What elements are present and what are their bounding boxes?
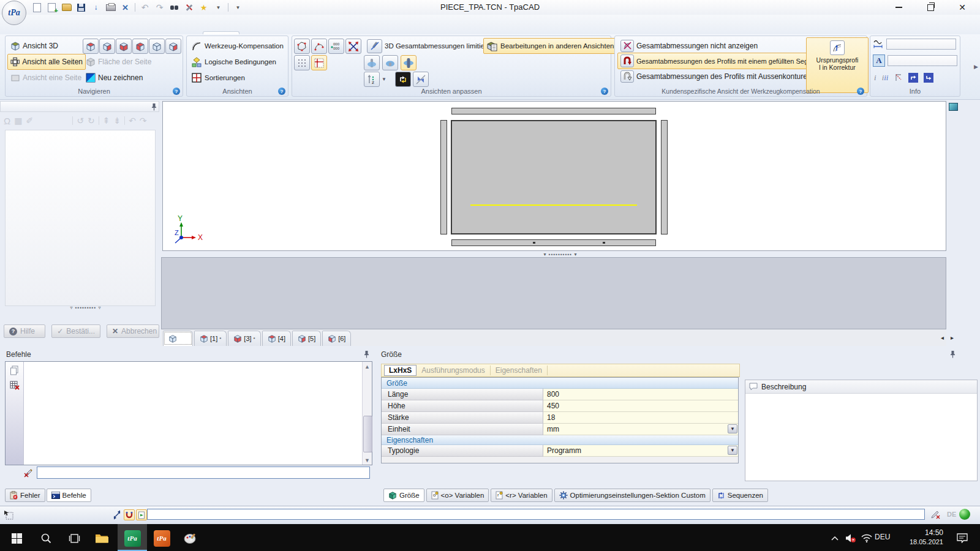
- command-input[interactable]: [37, 467, 370, 479]
- dimension-corner-icon[interactable]: [894, 73, 903, 82]
- property-value[interactable]: mm▼: [543, 424, 738, 435]
- measure-field[interactable]: [886, 39, 956, 50]
- point-grid-button[interactable]: [294, 55, 310, 70]
- taskbar-tpa-orange-icon[interactable]: tPa: [153, 529, 171, 547]
- scroll-down-icon[interactable]: ▼: [363, 455, 372, 465]
- coordinates-display-button[interactable]: 000000: [328, 39, 344, 54]
- cube-face-6-button[interactable]: [165, 39, 181, 54]
- group-help-icon[interactable]: ?: [173, 88, 180, 95]
- qat-customize-dropdown-icon[interactable]: ▼: [233, 2, 243, 13]
- view-tab-4[interactable]: [4]: [262, 331, 291, 346]
- info-multi-icon[interactable]: iii: [882, 73, 889, 83]
- tray-wifi-icon[interactable]: [858, 529, 876, 547]
- cube-face-5-button[interactable]: [149, 39, 165, 54]
- werkzeug-kompensation-button[interactable]: Werkzeug-Kompensation: [189, 38, 287, 54]
- view-tab-6[interactable]: [6]: [322, 331, 351, 346]
- text-info-field[interactable]: [888, 55, 957, 66]
- dropdown-icon[interactable]: ▼: [728, 424, 737, 433]
- tab-optimierung[interactable]: Optimierungseinstellungen-Sektion Custom: [554, 489, 710, 502]
- tray-clock[interactable]: 14:50 18.05.2021: [895, 528, 943, 547]
- mirror-view-button[interactable]: [413, 72, 429, 87]
- view-tab-3[interactable]: [3]*: [228, 331, 260, 346]
- import-icon[interactable]: ↓: [91, 2, 101, 13]
- favorites-star-icon[interactable]: ★: [198, 2, 209, 13]
- tab-o-variablen[interactable]: o <o> Variablen: [426, 489, 489, 502]
- apply-page-icon[interactable]: [136, 509, 147, 520]
- ansicht-alle-seiten-button[interactable]: Ansicht alle Seiten: [7, 54, 86, 70]
- taskbar-tpacad-icon[interactable]: tPa: [123, 529, 141, 547]
- tab-sequenzen[interactable]: Sequenzen: [712, 489, 768, 502]
- tpa-logo[interactable]: tPa: [2, 1, 26, 25]
- profile-arrows-button[interactable]: [294, 39, 310, 54]
- sortierungen-button[interactable]: Sortierungen: [189, 70, 248, 86]
- undo-icon[interactable]: ↶: [140, 2, 150, 13]
- profile-points-button[interactable]: [311, 39, 327, 54]
- clear-table-icon[interactable]: [10, 380, 20, 390]
- neu-zeichnen-button[interactable]: Neu zeichnen: [83, 70, 146, 86]
- group-help-icon[interactable]: ?: [601, 88, 608, 95]
- scroll-up-icon[interactable]: ▲: [363, 362, 372, 371]
- pin-icon[interactable]: [949, 350, 956, 358]
- new-from-template-icon[interactable]: +: [47, 2, 57, 13]
- cube-face-4-button[interactable]: [132, 39, 148, 54]
- view-tab-5[interactable]: [5]: [292, 331, 321, 346]
- z-order-button[interactable]: z: [364, 72, 380, 87]
- status-input[interactable]: [147, 509, 925, 520]
- section-view-3-button[interactable]: [401, 55, 417, 70]
- tab-r-variablen[interactable]: r <r> Variablen: [491, 489, 552, 502]
- swap-faces-button[interactable]: [395, 72, 411, 87]
- measure-wave-icon[interactable]: [873, 39, 884, 50]
- gesamtabmessungen-aussenkonturen-button[interactable]: Gesamtabmessungen des Profils mit Aussen…: [617, 69, 814, 84]
- tab-fehler[interactable]: Fehler: [5, 489, 45, 502]
- fit-view-icon[interactable]: [112, 510, 122, 520]
- cube-face-3-button[interactable]: [116, 39, 132, 54]
- task-view-icon[interactable]: [65, 529, 83, 547]
- expand-arrows-button[interactable]: [345, 39, 361, 54]
- favorites-dropdown-icon[interactable]: ▼: [213, 2, 224, 13]
- ansicht-3d-button[interactable]: Ansicht 3D: [7, 38, 86, 54]
- group-help-icon[interactable]: ?: [857, 88, 864, 95]
- cube-face-2-button[interactable]: [99, 39, 115, 54]
- tray-language[interactable]: DEU: [875, 533, 890, 541]
- gesamtabmessungen-gefuelltes-segment-button[interactable]: Gesamtabmessungen des Profils mit einem …: [617, 53, 826, 69]
- property-value[interactable]: Programm▼: [543, 445, 738, 457]
- property-value[interactable]: 450: [543, 400, 738, 412]
- logische-bedingungen-button[interactable]: Logische Bedingungen: [189, 54, 279, 70]
- secondary-view-area[interactable]: [161, 257, 946, 329]
- snap-magnet-icon[interactable]: [124, 509, 135, 520]
- info-single-icon[interactable]: i: [874, 73, 876, 83]
- view-tabs-scroll-left[interactable]: ◂: [941, 334, 944, 341]
- face-down-icon[interactable]: [924, 73, 933, 83]
- view-tab-main[interactable]: [163, 331, 193, 346]
- tab-eigenschaften[interactable]: Eigenschaften: [491, 365, 548, 375]
- befehle-scrollbar[interactable]: ▲ ▼: [362, 362, 372, 465]
- new-document-icon[interactable]: [32, 2, 42, 13]
- property-value[interactable]: 18: [543, 412, 738, 424]
- group-help-icon[interactable]: ?: [278, 88, 285, 95]
- text-a-icon[interactable]: A: [873, 54, 885, 67]
- z-order-dropdown-icon[interactable]: ▼: [382, 77, 386, 82]
- dropdown-icon[interactable]: ▼: [728, 446, 737, 455]
- tab-befehle[interactable]: Befehle: [47, 489, 91, 502]
- left-panel-splitter[interactable]: ▿ ▪▪▪▪▪▪▪▪▪ ▿: [58, 305, 113, 310]
- ruler-grid-button[interactable]: [311, 55, 327, 70]
- save-icon[interactable]: [76, 2, 86, 13]
- redo-icon[interactable]: ↷: [154, 2, 165, 13]
- tab-groesse[interactable]: Größe: [383, 489, 424, 502]
- section-view-1-button[interactable]: [364, 55, 380, 70]
- gesamtabmessungen-nicht-anzeigen-button[interactable]: Gesamtabmessungen nicht anzeigen: [617, 38, 761, 53]
- beschreibung-content[interactable]: [745, 394, 977, 481]
- search-binoculars-icon[interactable]: [169, 2, 179, 13]
- notification-center-icon[interactable]: [953, 529, 971, 547]
- tools-icon[interactable]: [184, 2, 194, 13]
- close-button[interactable]: ✕: [956, 1, 969, 13]
- file-explorer-icon[interactable]: [92, 529, 111, 547]
- view-tab-1[interactable]: [1]*: [194, 331, 227, 346]
- view-tabs-scroll-right[interactable]: ▸: [951, 334, 954, 341]
- cube-face-1-button[interactable]: [83, 39, 99, 54]
- canvas-splitter[interactable]: ▾ ▪▪▪▪▪▪▪▪▪▪ ▾: [527, 252, 594, 257]
- start-button[interactable]: [7, 529, 26, 547]
- pin-icon[interactable]: [363, 350, 370, 358]
- print-icon[interactable]: [105, 2, 116, 13]
- pin-icon[interactable]: [150, 102, 157, 111]
